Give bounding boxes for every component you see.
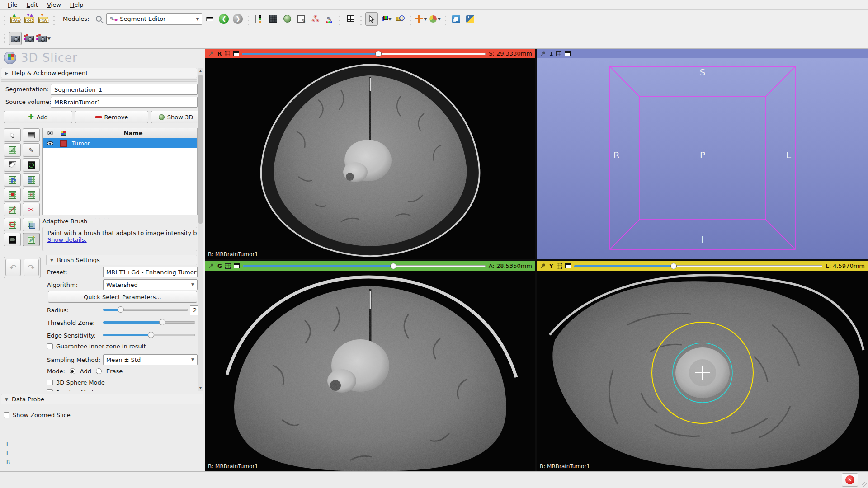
preset-combo[interactable]: MRI T1+Gd - Enhancing Tumor▼ bbox=[103, 267, 198, 277]
guarantee-inner-zone-checkbox[interactable] bbox=[47, 343, 53, 349]
yellow-slider-knob[interactable] bbox=[670, 263, 677, 269]
quick-select-parameters-button[interactable]: Quick Select Parameters... bbox=[48, 291, 197, 303]
edge-slider-knob[interactable] bbox=[148, 332, 154, 338]
mouse-place-button[interactable]: ▼ bbox=[379, 12, 392, 26]
screen-capture-button[interactable] bbox=[9, 32, 22, 45]
markups-button[interactable]: ✳✳✳ bbox=[309, 12, 321, 26]
source-volume-combo[interactable]: MRBrainTumor1 bbox=[51, 97, 198, 108]
mode-add-radio[interactable] bbox=[70, 368, 75, 374]
effect-threshold-button[interactable] bbox=[23, 128, 40, 142]
scrollbar-thumb[interactable] bbox=[198, 75, 203, 224]
effect-erase-button[interactable] bbox=[4, 158, 21, 172]
resize-grip[interactable] bbox=[862, 482, 867, 487]
slice-link-icon[interactable] bbox=[225, 263, 231, 269]
effect-scissors-button[interactable]: ✂ bbox=[23, 203, 40, 216]
segmentation-combo[interactable]: Segmentation_1 bbox=[51, 84, 198, 95]
threshold-slider-knob[interactable] bbox=[159, 319, 165, 325]
module-selector[interactable]: ✎● Segment Editor ▼ bbox=[106, 13, 202, 25]
yellow-slice-canvas[interactable]: B: MRBrainTumor1 bbox=[537, 271, 868, 471]
load-data-button[interactable]: ▲DATA bbox=[9, 12, 22, 26]
effect-hollow-button[interactable] bbox=[23, 188, 40, 202]
add-segment-button[interactable]: ✚Add bbox=[4, 111, 72, 123]
maximize-view-icon[interactable] bbox=[565, 263, 571, 268]
effect-margin-button[interactable] bbox=[4, 188, 21, 202]
scroll-up-arrow[interactable]: ▲ bbox=[198, 68, 203, 74]
scroll-down-arrow[interactable]: ▼ bbox=[198, 385, 203, 391]
effect-adaptive-brush-button[interactable] bbox=[23, 233, 40, 246]
three-d-canvas[interactable]: S R P L I bbox=[537, 58, 868, 259]
load-dicom-button[interactable]: ▼▲DCM bbox=[23, 12, 36, 26]
show-3d-button[interactable]: Show 3D bbox=[151, 111, 201, 123]
scene-view-menu-button[interactable]: ▼ bbox=[37, 32, 51, 45]
radius-slider[interactable] bbox=[103, 306, 188, 313]
radius-spinbox[interactable]: 2 bbox=[190, 305, 198, 315]
help-acknowledgement-section[interactable]: ▶ Help & Acknowledgement bbox=[1, 68, 197, 78]
algorithm-combo[interactable]: Watershed▼ bbox=[103, 279, 198, 290]
layout-button[interactable] bbox=[344, 12, 357, 26]
segment-row-tumor[interactable]: Tumor bbox=[43, 138, 197, 148]
effect-smoothing-button[interactable] bbox=[4, 203, 21, 216]
maximize-view-icon[interactable] bbox=[234, 263, 240, 268]
segment-visibility-icon[interactable] bbox=[47, 141, 53, 145]
sample-data-button[interactable] bbox=[267, 12, 279, 26]
edge-sensitivity-slider[interactable] bbox=[103, 331, 195, 338]
radius-slider-knob[interactable] bbox=[118, 306, 124, 313]
menu-edit[interactable]: Edit bbox=[23, 0, 42, 9]
brush-settings-section[interactable]: ▼ Brush Settings bbox=[46, 255, 197, 265]
effect-level-tracing-button[interactable] bbox=[23, 158, 40, 172]
red-slice-canvas[interactable]: B: MRBrainTumor1 bbox=[205, 58, 535, 259]
module-forward-button[interactable]: ❯ bbox=[231, 12, 244, 26]
red-slice-slider[interactable] bbox=[242, 51, 486, 57]
slice-intersections-button[interactable]: ▼ bbox=[429, 12, 441, 26]
annotations-module-button[interactable] bbox=[295, 12, 307, 26]
module-panel-scrollbar[interactable]: ▲ ▼ bbox=[198, 68, 203, 391]
slice-link-icon[interactable] bbox=[557, 263, 562, 269]
error-log-button[interactable]: ✕ bbox=[842, 473, 858, 487]
threshold-zone-slider[interactable] bbox=[103, 319, 195, 326]
effect-islands-button[interactable] bbox=[4, 218, 21, 231]
mouse-interact-button[interactable] bbox=[365, 12, 378, 26]
python-console-button[interactable] bbox=[464, 12, 476, 26]
pin-icon[interactable] bbox=[208, 51, 214, 56]
show-module-panel-button[interactable] bbox=[203, 12, 216, 26]
effect-none-button[interactable] bbox=[4, 128, 21, 142]
segment-color-swatch[interactable] bbox=[60, 140, 67, 147]
remove-segment-button[interactable]: Remove bbox=[75, 111, 148, 123]
mode-erase-radio[interactable] bbox=[96, 368, 102, 374]
effect-grow-from-seeds-button[interactable] bbox=[4, 173, 21, 187]
pin-icon[interactable] bbox=[540, 263, 546, 269]
module-back-button[interactable]: ❮ bbox=[217, 12, 230, 26]
redo-button[interactable]: ↷ bbox=[24, 259, 39, 276]
axes-icon[interactable] bbox=[556, 51, 561, 56]
show-details-link[interactable]: Show details. bbox=[47, 236, 87, 243]
green-slice-canvas[interactable]: B: MRBrainTumor1 bbox=[205, 271, 535, 471]
module-hierarchy-button[interactable] bbox=[253, 12, 265, 26]
undo-button[interactable]: ↶ bbox=[5, 259, 21, 276]
menu-view[interactable]: View bbox=[43, 0, 65, 9]
effect-fill-between-slices-button[interactable] bbox=[23, 173, 40, 187]
sphere-mode-checkbox[interactable] bbox=[47, 380, 53, 385]
preview-mode-checkbox[interactable] bbox=[47, 389, 53, 391]
green-slider-knob[interactable] bbox=[390, 263, 396, 269]
menu-help[interactable]: Help bbox=[66, 0, 88, 9]
red-slider-knob[interactable] bbox=[375, 51, 382, 57]
yellow-slice-slider[interactable] bbox=[574, 263, 823, 269]
units-button[interactable] bbox=[393, 12, 406, 26]
show-zoomed-slice-checkbox[interactable] bbox=[4, 412, 9, 418]
menu-file[interactable]: File bbox=[4, 0, 22, 9]
module-search-button[interactable] bbox=[92, 12, 105, 26]
effect-logical-operators-button[interactable] bbox=[23, 218, 40, 231]
editor-button[interactable]: ✎ bbox=[323, 12, 335, 26]
maximize-view-icon[interactable] bbox=[565, 51, 571, 56]
effect-paint-button[interactable] bbox=[4, 143, 21, 157]
sampling-method-combo[interactable]: Mean ± Std▼ bbox=[103, 354, 198, 365]
scene-view-button[interactable] bbox=[23, 32, 36, 45]
green-slice-slider[interactable] bbox=[243, 263, 486, 269]
pin-icon[interactable] bbox=[208, 263, 214, 269]
crosshair-button[interactable]: ▼ bbox=[415, 12, 427, 26]
effect-draw-button[interactable] bbox=[23, 143, 40, 157]
data-probe-section[interactable]: ▼ Data Probe bbox=[1, 394, 203, 404]
pin-icon[interactable] bbox=[540, 51, 546, 56]
maximize-view-icon[interactable] bbox=[233, 51, 239, 56]
extensions-manager-button[interactable] bbox=[450, 12, 462, 26]
